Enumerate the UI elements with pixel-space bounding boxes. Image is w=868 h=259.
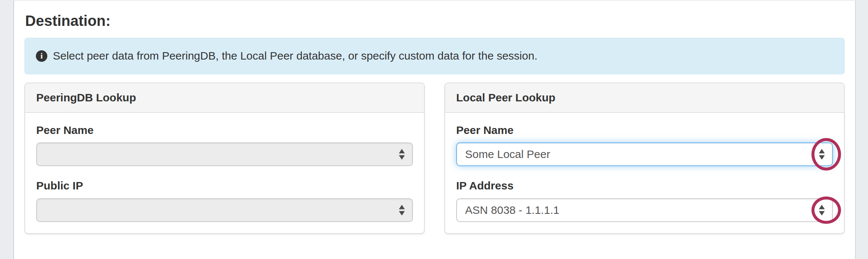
peeringdb-lookup-panel-title: PeeringDB Lookup	[25, 83, 424, 113]
page-title: Destination:	[25, 13, 845, 29]
info-alert-text: Select peer data from PeeringDB, the Loc…	[53, 48, 538, 64]
local-ip-address-select[interactable]: ASN 8038 - 1.1.1.1	[456, 198, 833, 222]
peeringdb-peer-name-label: Peer Name	[36, 124, 413, 137]
page-right-gutter	[855, 0, 868, 259]
top-divider	[0, 0, 868, 1]
local-ip-address-select-wrap: ASN 8038 - 1.1.1.1	[456, 198, 833, 222]
peeringdb-public-ip-field: Public IP	[36, 179, 413, 222]
local-peer-lookup-panel-body: Peer Name Some Local Peer IP Address	[445, 113, 844, 233]
peeringdb-public-ip-select	[36, 198, 413, 222]
select-caret-icon	[399, 205, 405, 215]
peeringdb-peer-name-select	[36, 142, 413, 166]
peeringdb-lookup-panel: PeeringDB Lookup Peer Name Public	[24, 83, 425, 234]
local-peer-name-select-value: Some Local Peer	[465, 148, 550, 161]
local-peer-name-label: Peer Name	[456, 124, 833, 137]
local-peer-name-select-wrap: Some Local Peer	[456, 142, 833, 166]
local-ip-address-field: IP Address ASN 8038 - 1.1.1.1	[456, 179, 833, 222]
peeringdb-peer-name-select-wrap	[36, 142, 413, 166]
local-peer-lookup-panel-title: Local Peer Lookup	[445, 83, 844, 113]
peeringdb-peer-name-field: Peer Name	[36, 124, 413, 166]
local-peer-name-select[interactable]: Some Local Peer	[456, 142, 833, 166]
select-caret-icon	[819, 205, 825, 215]
select-caret-icon	[399, 149, 405, 160]
local-peer-lookup-panel: Local Peer Lookup Peer Name Some Local P…	[444, 83, 845, 234]
local-ip-address-label: IP Address	[456, 179, 833, 192]
local-ip-address-select-value: ASN 8038 - 1.1.1.1	[465, 204, 559, 216]
page-left-gutter	[0, 0, 14, 259]
local-peer-name-field: Peer Name Some Local Peer	[456, 124, 833, 166]
select-caret-icon	[819, 149, 825, 160]
destination-section: Destination: i Select peer data from Pee…	[14, 1, 855, 234]
lookup-panels-row: PeeringDB Lookup Peer Name Public	[24, 83, 845, 234]
peeringdb-public-ip-select-wrap	[36, 198, 413, 222]
peeringdb-public-ip-label: Public IP	[36, 179, 413, 192]
info-circle-icon: i	[36, 50, 47, 62]
info-alert: i Select peer data from PeeringDB, the L…	[24, 38, 845, 74]
peeringdb-lookup-panel-body: Peer Name Public IP	[25, 113, 424, 233]
